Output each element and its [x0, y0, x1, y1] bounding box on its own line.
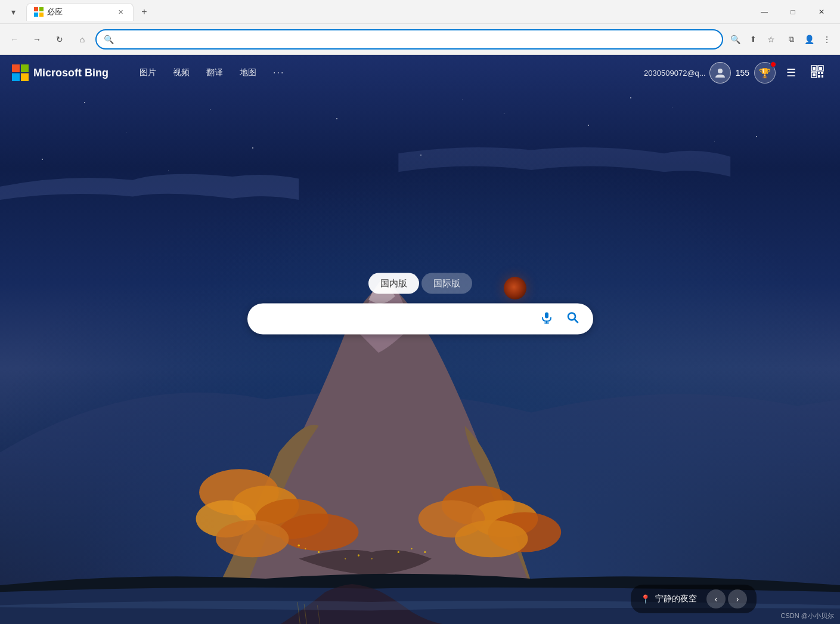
- share-button[interactable]: ⬆: [745, 31, 761, 48]
- svg-point-23: [424, 551, 426, 553]
- tab-title: 必应: [47, 7, 63, 17]
- svg-rect-30: [813, 73, 816, 76]
- svg-point-16: [305, 548, 306, 549]
- close-button[interactable]: ✕: [808, 2, 835, 21]
- zoom-button[interactable]: 🔍: [727, 31, 743, 48]
- address-right-buttons: 🔍 ⬆ ☆: [727, 31, 779, 48]
- tab-close-button[interactable]: ✕: [115, 7, 126, 17]
- svg-line-39: [574, 319, 578, 323]
- window-controls: — □ ✕: [751, 2, 835, 21]
- svg-point-24: [718, 69, 723, 73]
- qr-code-icon: [810, 64, 824, 82]
- tab-domestic[interactable]: 国内版: [368, 273, 419, 294]
- bing-search-input[interactable]: [257, 314, 531, 325]
- microsoft-logo-squares: [12, 64, 29, 81]
- address-bar: ← → ↻ ⌂ 🔍 🔍 ⬆ ☆ ⧉: [0, 24, 840, 55]
- bing-caption: 📍 宁静的夜空 ‹ ›: [631, 585, 757, 613]
- svg-point-9: [216, 520, 289, 557]
- svg-rect-34: [822, 75, 823, 78]
- bookmark-icon: ☆: [767, 35, 775, 44]
- browser-tab[interactable]: 必应 ✕: [26, 3, 134, 21]
- address-search-icon: 🔍: [104, 35, 114, 44]
- bookmark-button[interactable]: ☆: [762, 31, 779, 48]
- search-icon: [566, 311, 579, 327]
- svg-point-18: [345, 558, 346, 559]
- bing-search-button[interactable]: [562, 308, 584, 330]
- nav-translate[interactable]: 翻译: [199, 64, 230, 82]
- bing-user-info: 2030509072@q...: [644, 62, 731, 84]
- address-input[interactable]: [117, 35, 715, 44]
- address-input-wrap[interactable]: 🔍: [95, 29, 723, 50]
- svg-rect-28: [819, 67, 822, 70]
- zoom-icon: 🔍: [730, 35, 740, 44]
- browser-window: ▾ 必应 ✕ + — □ ✕: [0, 0, 840, 624]
- svg-rect-0: [34, 7, 38, 11]
- caption-nav-buttons: ‹ ›: [706, 589, 747, 608]
- share-icon: ⬆: [750, 35, 757, 44]
- profile-icon: 👤: [804, 35, 814, 44]
- new-tab-button[interactable]: +: [136, 4, 153, 20]
- svg-rect-26: [813, 67, 816, 70]
- svg-point-7: [279, 514, 359, 551]
- profile-button[interactable]: 👤: [801, 31, 817, 48]
- svg-point-17: [318, 551, 320, 553]
- svg-point-20: [371, 558, 373, 559]
- mountain-landscape: [0, 55, 840, 624]
- microphone-icon: [540, 311, 553, 327]
- browser-menu-button[interactable]: ⋮: [819, 31, 835, 48]
- maximize-button[interactable]: □: [779, 2, 807, 21]
- nav-more[interactable]: ···: [266, 64, 292, 82]
- bing-logo-text: Microsoft Bing: [33, 67, 109, 79]
- bing-search-box: [247, 304, 593, 335]
- location-icon: 📍: [640, 594, 650, 604]
- split-view-icon: ⧉: [789, 35, 794, 44]
- caption-prev-button[interactable]: ‹: [706, 589, 726, 608]
- bing-logo[interactable]: Microsoft Bing: [12, 64, 109, 81]
- refresh-button[interactable]: ↻: [50, 30, 69, 49]
- bing-menu-button[interactable]: ☰: [780, 62, 802, 84]
- bing-credit-text: CSDN @小小贝尔: [781, 611, 834, 620]
- bing-search-area: 国内版 国际版: [241, 273, 599, 335]
- bing-qr-button[interactable]: [807, 62, 828, 84]
- svg-rect-33: [818, 75, 820, 78]
- browser-right-buttons: ⧉ 👤 ⋮: [783, 31, 835, 48]
- svg-rect-2: [34, 13, 38, 17]
- hamburger-menu-icon: ☰: [786, 66, 796, 79]
- svg-rect-35: [545, 312, 548, 318]
- nav-maps[interactable]: 地图: [233, 64, 264, 82]
- bing-trophy-button[interactable]: 🏆: [754, 62, 776, 84]
- svg-rect-31: [818, 72, 820, 74]
- caption-next-button[interactable]: ›: [728, 589, 747, 608]
- bing-user-avatar[interactable]: [709, 62, 731, 84]
- minimize-button[interactable]: —: [751, 2, 778, 21]
- bing-header: Microsoft Bing 图片 视频 翻译 地图 ··· 203050907…: [0, 55, 840, 91]
- svg-rect-3: [39, 13, 44, 17]
- bing-header-right: 2030509072@q... 155 🏆 ☰: [644, 62, 828, 84]
- tab-international[interactable]: 国际版: [421, 273, 472, 294]
- title-bar: ▾ 必应 ✕ + — □ ✕: [0, 0, 840, 24]
- bing-favicon: [34, 7, 44, 17]
- avatar-icon: [714, 67, 726, 79]
- svg-point-21: [398, 551, 399, 553]
- home-button[interactable]: ⌂: [73, 30, 92, 49]
- nav-video[interactable]: 视频: [166, 64, 197, 82]
- bing-navigation: 图片 视频 翻译 地图 ···: [132, 64, 292, 82]
- browser-menu-icon: ⋮: [823, 35, 831, 44]
- caption-text: 宁静的夜空: [655, 594, 697, 604]
- bing-user-email: 2030509072@q...: [644, 69, 706, 78]
- forward-button[interactable]: →: [27, 30, 47, 49]
- nav-images[interactable]: 图片: [132, 64, 163, 82]
- back-button[interactable]: ←: [5, 30, 24, 49]
- trophy-icon: 🏆: [759, 67, 771, 79]
- bing-points-text: 155: [736, 68, 749, 78]
- tab-overflow-button[interactable]: ▾: [5, 4, 21, 20]
- split-view-button[interactable]: ⧉: [783, 31, 799, 48]
- svg-rect-1: [39, 7, 44, 11]
- bing-version-tabs: 国内版 国际版: [368, 273, 472, 294]
- svg-point-15: [298, 545, 300, 546]
- svg-point-19: [358, 554, 359, 556]
- svg-rect-32: [821, 72, 823, 74]
- trophy-notification-badge: [770, 61, 776, 67]
- svg-point-14: [455, 520, 528, 557]
- bing-microphone-button[interactable]: [536, 308, 557, 330]
